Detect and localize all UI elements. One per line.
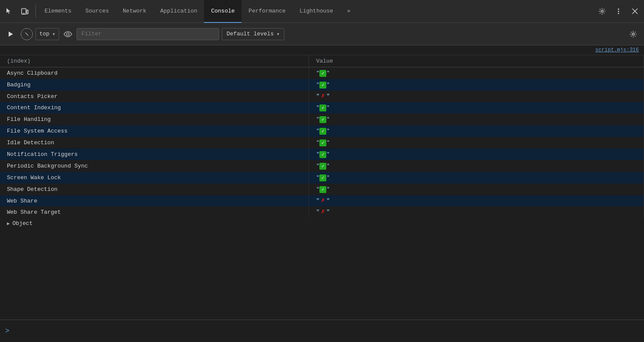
object-label: Object — [13, 220, 33, 227]
table-cell-value: "✓" — [309, 79, 644, 91]
table-cell-value: "✗" — [309, 206, 644, 218]
table-cell-value: "✓" — [309, 137, 644, 149]
console-gear-icon[interactable] — [626, 28, 641, 41]
device-icon[interactable] — [17, 5, 32, 18]
tab-performance[interactable]: Performance — [242, 0, 293, 23]
table-cell-value: "✓" — [309, 184, 644, 195]
svg-point-3 — [601, 10, 603, 13]
table-row: Contacts Picker"✗" — [0, 91, 644, 102]
svg-point-4 — [618, 9, 619, 10]
tab-more[interactable]: » — [340, 0, 357, 23]
filter-input[interactable] — [77, 28, 219, 40]
svg-line-10 — [25, 32, 28, 35]
levels-selector[interactable]: Default levels ▾ — [222, 28, 284, 40]
table-cell-index: File System Access — [0, 125, 309, 137]
table-row: File System Access"✓" — [0, 125, 644, 137]
bottom-input-bar: > — [0, 320, 644, 342]
tab-bar: Elements Sources Network Application Con… — [0, 0, 644, 23]
table-row: Web Share Target"✗" — [0, 206, 644, 218]
table-cell-index: Badging — [0, 79, 309, 91]
table-cell-index: Periodic Background Sync — [0, 160, 309, 172]
console-table: (index) Value Async Clipboard"✓"Badging"… — [0, 55, 644, 218]
col-index-header: (index) — [0, 55, 309, 67]
console-input[interactable] — [13, 328, 639, 334]
tab-console[interactable]: Console — [204, 0, 242, 23]
table-cell-value: "✗" — [309, 91, 644, 102]
svg-marker-9 — [9, 32, 13, 37]
table-cell-index: Contacts Picker — [0, 91, 309, 102]
table-cell-index: Idle Detection — [0, 137, 309, 149]
tab-application[interactable]: Application — [153, 0, 204, 23]
object-expand-row[interactable]: ▶ Object — [0, 218, 644, 229]
table-header-row: (index) Value — [0, 55, 644, 67]
table-row: Screen Wake Lock"✓" — [0, 172, 644, 184]
svg-point-5 — [618, 11, 619, 12]
execute-icon[interactable] — [3, 28, 18, 40]
devtools-icons — [2, 5, 36, 18]
block-icon[interactable] — [21, 28, 33, 40]
tab-elements[interactable]: Elements — [38, 0, 78, 23]
close-icon[interactable] — [628, 5, 642, 18]
table-cell-value: "✓" — [309, 172, 644, 184]
table-cell-index: Content Indexing — [0, 102, 309, 114]
tab-bar-actions — [595, 5, 642, 18]
table-row: Badging"✓" — [0, 79, 644, 91]
more-options-icon[interactable] — [611, 5, 626, 18]
table-row: Periodic Background Sync"✓" — [0, 160, 644, 172]
table-row: Async Clipboard"✓" — [0, 67, 644, 79]
console-area: (index) Value Async Clipboard"✓"Badging"… — [0, 55, 644, 317]
svg-point-12 — [632, 33, 634, 35]
table-cell-index: Shape Detection — [0, 184, 309, 195]
table-row: Idle Detection"✓" — [0, 137, 644, 149]
table-row: Web Share"✗" — [0, 195, 644, 206]
script-link[interactable]: script.mjs:316 — [595, 47, 639, 53]
console-settings-icon[interactable] — [626, 28, 641, 41]
console-toolbar: top ▾ Default levels ▾ — [0, 23, 644, 45]
eye-icon[interactable] — [62, 28, 74, 40]
table-row: File Handling"✓" — [0, 114, 644, 125]
table-cell-index: Screen Wake Lock — [0, 172, 309, 184]
svg-point-11 — [67, 33, 69, 35]
table-row: Notification Triggers"✓" — [0, 149, 644, 160]
table-cell-value: "✓" — [309, 149, 644, 160]
table-cell-index: File Handling — [0, 114, 309, 125]
svg-point-6 — [618, 13, 619, 14]
settings-icon[interactable] — [595, 5, 609, 18]
svg-rect-1 — [27, 10, 28, 14]
table-row: Shape Detection"✓" — [0, 184, 644, 195]
prompt-icon: > — [5, 327, 10, 335]
table-row: Content Indexing"✓" — [0, 102, 644, 114]
tab-network[interactable]: Network — [116, 0, 153, 23]
table-cell-index: Web Share Target — [0, 206, 309, 218]
table-cell-value: "✓" — [309, 160, 644, 172]
col-value-header: Value — [309, 55, 644, 67]
table-cell-value: "✗" — [309, 195, 644, 206]
tab-lighthouse[interactable]: Lighthouse — [293, 0, 340, 23]
context-selector[interactable]: top ▾ — [35, 28, 59, 40]
table-cell-index: Async Clipboard — [0, 67, 309, 79]
table-cell-index: Notification Triggers — [0, 149, 309, 160]
table-cell-value: "✓" — [309, 114, 644, 125]
script-link-bar: script.mjs:316 — [0, 45, 644, 55]
cursor-icon[interactable] — [2, 5, 16, 18]
tab-sources[interactable]: Sources — [78, 0, 116, 23]
table-cell-value: "✓" — [309, 102, 644, 114]
table-cell-index: Web Share — [0, 195, 309, 206]
triangle-icon: ▶ — [7, 221, 10, 226]
table-cell-value: "✓" — [309, 125, 644, 137]
table-cell-value: "✓" — [309, 67, 644, 79]
